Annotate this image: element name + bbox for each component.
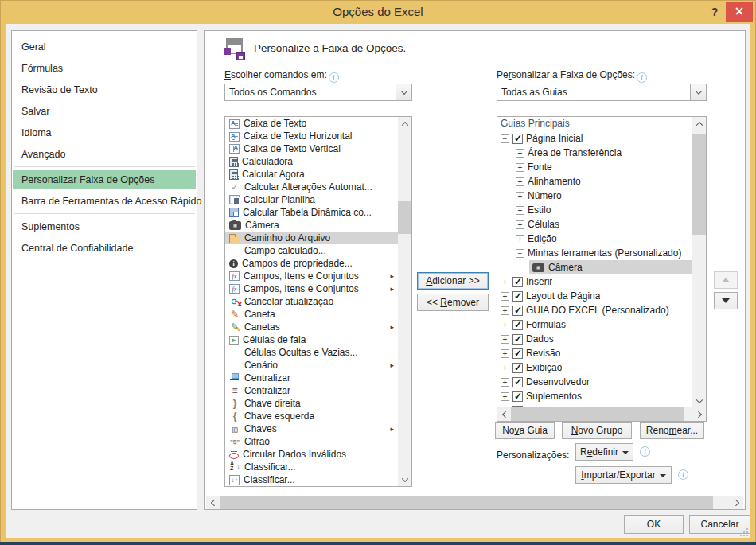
tree-item-alinhamento[interactable]: Alinhamento — [497, 174, 692, 189]
expand-icon[interactable] — [516, 149, 524, 158]
command-item-cenario[interactable]: Cenário — [225, 359, 398, 372]
expand-icon[interactable] — [516, 163, 524, 172]
sidebar-item-revisao-de-texto[interactable]: Revisão de Texto — [13, 80, 196, 99]
expand-icon[interactable] — [516, 235, 524, 243]
sidebar-item-barra-de-ferramentas-de-acesso-rapido[interactable]: Barra de Ferramentas de Acesso Rápido — [13, 192, 196, 211]
collapse-icon[interactable] — [501, 134, 509, 143]
main-horizontal-scrollbar[interactable] — [206, 496, 743, 509]
move-down-button[interactable] — [714, 292, 738, 309]
scroll-left-button[interactable] — [206, 496, 220, 509]
command-item-caixa-de-texto-vertical[interactable]: Caixa de Texto Vertical — [225, 142, 398, 155]
scroll-up-button[interactable] — [692, 117, 706, 130]
tree-item-celulas[interactable]: Células — [497, 217, 692, 232]
scrollbar-thumb[interactable] — [692, 134, 706, 235]
tree-item-estilo[interactable]: Estilo — [497, 203, 692, 217]
command-item-calcular-planilha[interactable]: Calcular Planilha — [225, 193, 398, 206]
expand-icon[interactable] — [501, 364, 509, 372]
command-item-calcular-tabela-dinamica-co[interactable]: Calcular Tabela Dinâmica co... — [225, 206, 398, 219]
command-item-classificar[interactable]: Classificar... — [225, 461, 398, 473]
checkbox[interactable] — [512, 134, 523, 144]
expand-icon[interactable] — [501, 292, 509, 301]
command-item-cancelar-atualizacao[interactable]: Cancelar atualização — [225, 295, 398, 308]
command-item-classificar[interactable]: Classificar... — [225, 473, 398, 486]
sidebar-item-central-de-confiabilidade[interactable]: Central de Confiabilidade — [13, 239, 196, 258]
command-item-celulas-ocultas-e-vazias[interactable]: Células Ocultas e Vazias... — [225, 346, 398, 359]
command-item-caneta[interactable]: Caneta — [225, 308, 398, 321]
command-item-campos-itens-e-conjuntos[interactable]: Campos, Itens e Conjuntos — [225, 282, 398, 295]
tree-item-camera[interactable]: Câmera — [497, 260, 692, 274]
checkbox[interactable] — [512, 334, 523, 345]
command-list-vertical-scrollbar[interactable] — [398, 117, 411, 486]
command-item-celulas-de-fala[interactable]: Células de fala — [225, 333, 398, 346]
reset-button[interactable]: Redefinir — [575, 443, 633, 461]
new-tab-button[interactable]: Nova Guia — [495, 422, 555, 439]
sidebar-item-suplementos[interactable]: Suplementos — [13, 217, 196, 236]
command-item-calcular-alteracoes-automat[interactable]: Calcular Alterações Automat... — [225, 181, 398, 193]
checkbox[interactable] — [512, 391, 523, 402]
tree-item-inserir[interactable]: Inserir — [497, 274, 692, 289]
expand-icon[interactable] — [501, 306, 509, 315]
tree-item-fonte[interactable]: Fonte — [497, 160, 692, 174]
tree-item-desenvolvedor[interactable]: Desenvolvedor — [497, 375, 692, 389]
scroll-right-button[interactable] — [692, 407, 706, 421]
tree-item-dados[interactable]: Dados — [497, 332, 692, 346]
checkbox[interactable] — [512, 291, 523, 302]
expand-icon[interactable] — [501, 335, 509, 344]
command-item-centralizar[interactable]: Centralizar — [225, 384, 398, 397]
tree-item-minhas-ferramentas-personalizado[interactable]: Minhas ferramentas (Personalizado) — [497, 246, 692, 260]
scroll-right-button[interactable] — [730, 496, 743, 509]
scrollbar-thumb[interactable] — [220, 496, 713, 509]
command-item-caminho-do-arquivo[interactable]: Caminho do Arquivo — [225, 232, 398, 244]
checkbox[interactable] — [512, 363, 523, 373]
dropdown-arrow-button[interactable] — [396, 84, 411, 100]
command-item-cifrao[interactable]: Cifrão — [225, 435, 398, 448]
sidebar-item-salvar[interactable]: Salvar — [13, 102, 196, 121]
command-item-calcular-agora[interactable]: Calcular Agora — [225, 168, 398, 181]
command-item-calculadora[interactable]: Calculadora — [225, 155, 398, 168]
command-item-campos-itens-e-conjuntos[interactable]: Campos, Itens e Conjuntos — [225, 270, 398, 282]
tree-item-edicao[interactable]: Edição — [497, 232, 692, 246]
tree-item-pagina-inicial[interactable]: Página Inicial — [497, 131, 692, 146]
scrollbar-thumb[interactable] — [398, 201, 411, 234]
command-item-chave-esquerda[interactable]: Chave esquerda — [225, 410, 398, 422]
collapse-icon[interactable] — [516, 249, 524, 258]
ok-button[interactable]: OK — [624, 515, 684, 534]
command-item-chaves[interactable]: Chaves — [225, 422, 398, 435]
expand-icon[interactable] — [501, 392, 509, 401]
expand-icon[interactable] — [501, 321, 509, 329]
command-item-caixa-de-texto-horizontal[interactable]: Caixa de Texto Horizontal — [225, 130, 398, 142]
sidebar-item-geral[interactable]: Geral — [13, 37, 196, 56]
sidebar-item-formulas[interactable]: Fórmulas — [13, 59, 196, 78]
add-button[interactable]: Adicionar >> — [417, 272, 489, 290]
sidebar-item-avancado[interactable]: Avançado — [13, 145, 196, 164]
titlebar[interactable]: Opções do Excel ? × — [0, 0, 756, 24]
help-button[interactable]: ? — [707, 2, 723, 21]
command-item-campos-de-propriedade[interactable]: Campos de propriedade... — [225, 257, 398, 270]
command-item-canetas[interactable]: Canetas — [225, 321, 398, 333]
checkbox[interactable] — [512, 320, 523, 330]
move-up-button[interactable] — [714, 271, 738, 289]
rename-button[interactable]: Renomear... — [640, 422, 704, 439]
tree-horizontal-scrollbar[interactable] — [497, 407, 706, 421]
checkbox[interactable] — [512, 348, 523, 359]
checkbox[interactable] — [512, 277, 523, 287]
scroll-down-button[interactable] — [398, 473, 411, 486]
scroll-up-button[interactable] — [398, 117, 411, 130]
sidebar-item-personalizar-faixa-de-opcoes[interactable]: Personalizar Faixa de Opções — [13, 170, 196, 189]
expand-icon[interactable] — [516, 177, 524, 186]
expand-icon[interactable] — [501, 378, 509, 387]
tree-item-guia-do-excel-personalizado[interactable]: GUIA DO EXCEL (Personalizado) — [497, 303, 692, 317]
expand-icon[interactable] — [501, 349, 509, 358]
scroll-down-button[interactable] — [692, 394, 706, 407]
command-item-camera[interactable]: Câmera — [225, 219, 398, 232]
dropdown-arrow-button[interactable] — [690, 84, 706, 100]
tree-item-numero[interactable]: Número — [497, 189, 692, 203]
command-item-circular-dados-invalidos[interactable]: Circular Dados Inválidos — [225, 448, 398, 461]
remove-button[interactable]: << Remover — [417, 294, 489, 311]
tree-item-layout-da-pagina[interactable]: Layout da Página — [497, 289, 692, 303]
command-item-centralizar[interactable]: Centralizar — [225, 372, 398, 384]
tree-item-revisao[interactable]: Revisão — [497, 346, 692, 360]
customize-ribbon-dropdown[interactable]: Todas as Guias — [497, 84, 707, 101]
tree-item-suplementos[interactable]: Suplementos — [497, 389, 692, 403]
expand-icon[interactable] — [516, 220, 524, 229]
